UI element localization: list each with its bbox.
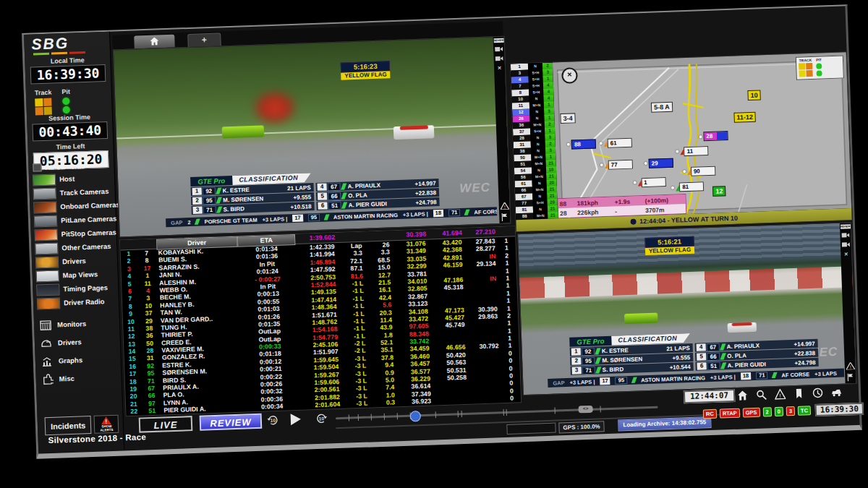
- car-marker[interactable]: 77: [600, 160, 633, 170]
- race-car-white: [393, 125, 435, 140]
- class-flag-icon: [720, 353, 726, 359]
- v1-cls-left: 192K. ESTRE21 LAPS295M. SØRENSEN+9.55537…: [191, 183, 315, 215]
- class-flag-icon: [341, 192, 346, 199]
- camera-icon: [841, 232, 849, 238]
- class-label: GTE Pro: [190, 176, 232, 187]
- home-icon[interactable]: [737, 390, 749, 401]
- track-map[interactable]: × TRACK PIT 3-45-8 A1011-1212S7.3 886177…: [553, 52, 851, 218]
- status-badge: 0: [774, 407, 783, 416]
- forward-10-button[interactable]: 10: [315, 412, 329, 426]
- timing-pages-thumbnail-icon: [36, 283, 60, 296]
- track-label: Track: [35, 89, 52, 98]
- sidebar-item-driver-radio[interactable]: Driver Radio: [33, 294, 119, 311]
- review-button[interactable]: REVIEW: [200, 414, 263, 431]
- play-button[interactable]: [291, 414, 302, 425]
- position: 2: [571, 357, 581, 364]
- close-icon[interactable]: ×: [498, 65, 502, 72]
- gps-status: GPS : 100.0%: [558, 421, 605, 433]
- driver-name: A. PRIAULX: [727, 341, 794, 350]
- car-icon[interactable]: [831, 387, 843, 398]
- app-window: SBG Local Time 16:39:30 Track Pit Sessio…: [22, 4, 862, 458]
- v2-cls-right: 467A. PRIAULX+14.997566O. PLA+22.838651A…: [695, 339, 819, 372]
- car-marker[interactable]: 88: [567, 139, 596, 148]
- race-car-green: [221, 125, 264, 138]
- clock-icon: [630, 219, 636, 225]
- position: 2: [192, 197, 202, 204]
- ticker-segment: 2: [187, 219, 190, 226]
- car-marker[interactable]: 29: [644, 158, 673, 168]
- car-number: 92: [582, 347, 595, 356]
- tab-home[interactable]: [134, 35, 175, 49]
- drivers-thumbnail-icon: [35, 256, 59, 268]
- video-panel-main[interactable]: 5:16:23 YELLOW FLAG WEC GTE Pro CLASSIFI…: [113, 36, 511, 238]
- driver-name: O. PLA: [727, 351, 794, 359]
- graph-icon: [41, 355, 54, 367]
- timing-table[interactable]: Driver ETA 1:39.602 30.398 41.694 27.210…: [119, 226, 522, 416]
- clock-icon[interactable]: [812, 388, 824, 399]
- driver-name: M. SØRENSEN: [223, 194, 294, 203]
- flag-icon: [847, 373, 854, 381]
- map-panel: 1N23S+H34S+H17S+H48S+H410N411M+N112N326N…: [510, 51, 853, 232]
- video-panel-secondary[interactable]: 5:16:21 YELLOW FLAG WEC GTE Pro CLASSIFI…: [517, 222, 857, 395]
- position: 5: [697, 353, 706, 360]
- map-label: 11-12: [733, 111, 756, 122]
- track-status-icon: [35, 98, 52, 116]
- driver-name: M. SØRENSEN: [602, 354, 673, 363]
- car-marker[interactable]: 90: [683, 166, 715, 176]
- ticker-segment: 17: [600, 377, 610, 385]
- position: 5: [318, 192, 327, 200]
- class-flag-icon: [720, 362, 726, 369]
- driver-name: A. PIER GUIDI: [727, 359, 794, 368]
- car-marker[interactable]: 28: [699, 132, 728, 141]
- mini-track-pit-indicator: TRACK PIT: [796, 55, 844, 80]
- race-car-green: [624, 313, 658, 325]
- gap: +24.798: [794, 359, 818, 366]
- sidebar-item-misc[interactable]: Misc: [35, 367, 122, 388]
- warning-icon[interactable]: !: [775, 388, 786, 400]
- slider-tick: [384, 414, 385, 420]
- slider-tick: [349, 415, 349, 421]
- slider-tick: [358, 414, 359, 421]
- mini-pit-icon: [816, 62, 822, 76]
- car-number: 11: [684, 146, 708, 156]
- svg-text:!: !: [779, 393, 781, 399]
- bookmark-icon[interactable]: [793, 388, 805, 400]
- class-flag-icon: [631, 377, 637, 383]
- host-thumbnail-icon: [33, 174, 56, 186]
- other-cameras-thumbnail-icon: [35, 242, 59, 254]
- mini-track-icon: [799, 63, 813, 77]
- ticker-segment: PORSCHE GT TEAM: [205, 216, 258, 225]
- car-marker[interactable]: 61: [599, 138, 631, 148]
- car-number: 67: [327, 182, 340, 191]
- search-icon[interactable]: [756, 389, 767, 401]
- class-flag-icon: [341, 183, 346, 189]
- slider-thumb[interactable]: [409, 411, 421, 422]
- car-number: 88: [571, 139, 596, 149]
- class-flag-icon: [216, 197, 222, 203]
- class-flag-icon: [772, 372, 778, 378]
- car-number: 92: [203, 187, 216, 195]
- status-badge: RTAP: [720, 408, 740, 419]
- collapse-icon[interactable]: [33, 163, 41, 171]
- car-number: 71: [582, 366, 595, 374]
- class-flag-icon: [341, 202, 347, 208]
- car-marker[interactable]: 11: [676, 146, 709, 156]
- helmet-icon: [41, 337, 53, 349]
- car-marker[interactable]: 81: [671, 182, 704, 192]
- close-icon[interactable]: ×: [844, 251, 848, 257]
- ticker-segment: GAP: [171, 219, 183, 226]
- app-logo: SBG: [24, 32, 110, 56]
- car-marker[interactable]: 1: [633, 177, 665, 187]
- rewind-10-button[interactable]: 10: [266, 414, 280, 427]
- ticker-segment: ASTON MARTIN RACING: [641, 374, 705, 383]
- live-button[interactable]: LIVE: [139, 416, 193, 433]
- quick-icons: !: [737, 387, 842, 401]
- camera-icon: [495, 46, 503, 52]
- ticker-segment: AF CORSE: [474, 207, 497, 215]
- slider-tick: [600, 406, 600, 412]
- status-badges: RCRTAPGPS203TC 16:39:30: [703, 403, 864, 421]
- system-clock: 16:39:30: [815, 403, 864, 416]
- range-handle[interactable]: <>: [578, 406, 592, 414]
- stream-mode-chip: REVIEW: [493, 38, 503, 43]
- class-flag-icon: [195, 219, 200, 225]
